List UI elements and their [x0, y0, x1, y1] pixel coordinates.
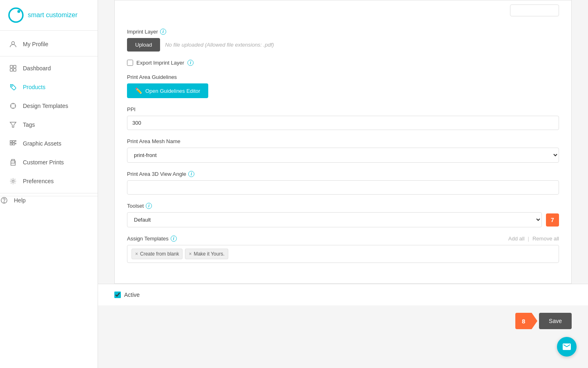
gear-icon: [9, 177, 17, 185]
template-tag-0: × Create from blank: [131, 249, 183, 259]
template-tag-1: × Make it Yours.: [185, 249, 228, 259]
sidebar-item-label: Preferences: [23, 178, 53, 184]
mesh-name-label: Print Area Mesh Name: [127, 138, 559, 144]
sidebar-item-label: Dashboard: [23, 65, 51, 72]
content-area: Imprint Layer i Upload No file uploaded …: [98, 0, 588, 353]
3d-view-label: Print Area 3D View Angle i: [127, 171, 559, 177]
svg-rect-15: [13, 141, 14, 143]
sidebar-item-label: Customer Prints: [23, 159, 64, 166]
sidebar-item-help[interactable]: Help: [0, 196, 98, 204]
active-row: Active: [114, 292, 140, 298]
tag-remove-1[interactable]: ×: [189, 251, 192, 257]
guidelines-label: Print Area Guidelines: [127, 74, 559, 80]
imprint-layer-label: Imprint Layer i: [127, 29, 559, 35]
tag-remove-0[interactable]: ×: [135, 251, 138, 257]
sidebar-item-design-templates[interactable]: Design Templates: [0, 96, 98, 115]
svg-point-22: [15, 162, 16, 162]
bottom-bar: Active: [98, 284, 588, 305]
save-button[interactable]: Save: [539, 313, 572, 329]
sidebar-item-label: Graphic Assets: [23, 140, 61, 147]
sidebar-nav: My Profile Dashboard Products: [0, 31, 98, 368]
logo-icon: [8, 7, 24, 23]
grid-icon: [9, 139, 17, 148]
sidebar-item-preferences[interactable]: Preferences: [0, 172, 98, 191]
svg-rect-4: [13, 65, 16, 68]
print-area-mesh-group: Print Area Mesh Name print-front print-b…: [127, 138, 559, 163]
assign-label: Assign Templates i: [127, 236, 177, 242]
sidebar-item-graphic-assets[interactable]: Graphic Assets: [0, 134, 98, 153]
mesh-name-select[interactable]: print-front print-back print-left print-…: [127, 148, 559, 163]
svg-rect-6: [13, 69, 16, 71]
main-content: Imprint Layer i Upload No file uploaded …: [98, 0, 588, 368]
tag-icon: [9, 83, 17, 91]
svg-rect-18: [15, 141, 16, 141]
imprint-layer-info-icon: i: [160, 29, 166, 35]
export-checkbox[interactable]: [127, 60, 133, 66]
sidebar-item-label: Help: [14, 197, 26, 204]
templates-container: × Create from blank × Make it Yours.: [127, 245, 559, 263]
tag-label-0: Create from blank: [140, 251, 179, 257]
svg-rect-17: [13, 143, 14, 145]
footer-actions: 8 Save: [98, 305, 588, 337]
svg-point-23: [12, 180, 14, 182]
nav-divider-1: [0, 56, 98, 56]
filter-icon: [9, 121, 17, 129]
toolset-group: Toolset i Default 7: [127, 203, 559, 227]
separator: |: [528, 236, 529, 242]
remove-all-link[interactable]: Remove all: [532, 236, 559, 242]
assign-templates-group: Assign Templates i Add all | Remove all …: [127, 236, 559, 263]
print-icon: [9, 158, 17, 166]
svg-rect-21: [11, 159, 14, 161]
upload-hint: No file uploaded (Allowed file extension…: [165, 42, 274, 48]
export-imprint-group: Export Imprint Layer i: [127, 60, 559, 66]
print-area-3d-group: Print Area 3D View Angle i: [127, 171, 559, 195]
upload-row: Upload No file uploaded (Allowed file ex…: [127, 38, 559, 52]
svg-rect-20: [11, 163, 16, 165]
add-all-link[interactable]: Add all: [508, 236, 525, 242]
svg-point-25: [4, 202, 4, 202]
svg-rect-14: [10, 141, 12, 143]
help-icon: [0, 196, 8, 204]
sidebar-item-dashboard[interactable]: Dashboard: [0, 59, 98, 78]
ppi-input[interactable]: [127, 116, 559, 130]
active-label: Active: [124, 292, 140, 298]
sidebar: smart customizer My Profile D: [0, 0, 98, 368]
tag-label-1: Make it Yours.: [194, 251, 224, 257]
svg-rect-19: [15, 143, 16, 144]
svg-point-2: [11, 42, 14, 45]
print-area-guidelines-group: Print Area Guidelines ✏️ Open Guidelines…: [127, 74, 559, 98]
assign-info-icon: i: [171, 236, 177, 242]
sidebar-item-customer-prints[interactable]: Customer Prints: [0, 153, 98, 172]
toolset-badge: 7: [546, 213, 559, 227]
export-info-icon: i: [187, 60, 194, 66]
assign-header: Assign Templates i Add all | Remove all: [127, 236, 559, 242]
export-checkbox-row: Export Imprint Layer i: [127, 60, 559, 66]
svg-rect-3: [10, 65, 13, 68]
sidebar-item-tags[interactable]: Tags: [0, 115, 98, 134]
top-input[interactable]: [510, 4, 559, 16]
svg-rect-5: [10, 69, 13, 71]
badge-arrow: [532, 313, 537, 329]
logo-area: smart customizer: [0, 0, 98, 31]
upload-button[interactable]: Upload: [127, 38, 160, 52]
open-guidelines-button[interactable]: ✏️ Open Guidelines Editor: [127, 83, 208, 98]
sidebar-item-label: Products: [23, 84, 45, 90]
svg-rect-16: [10, 143, 12, 145]
toolset-row: Default 7: [127, 212, 559, 227]
dashboard-icon: [9, 64, 17, 72]
3d-view-input[interactable]: [127, 180, 559, 195]
chat-bubble[interactable]: [557, 337, 577, 357]
sidebar-item-my-profile[interactable]: My Profile: [0, 35, 98, 54]
sidebar-item-label: My Profile: [23, 41, 48, 47]
sidebar-item-products[interactable]: Products: [0, 78, 98, 96]
email-icon: [562, 342, 572, 352]
sidebar-item-label: Tags: [23, 121, 35, 128]
toolset-info-icon: i: [146, 203, 152, 209]
svg-point-1: [18, 10, 20, 13]
toolset-select[interactable]: Default: [127, 212, 542, 227]
svg-point-0: [9, 8, 23, 22]
active-checkbox[interactable]: [114, 292, 121, 298]
person-icon: [9, 40, 17, 48]
nav-divider-2: [0, 193, 98, 193]
assign-actions: Add all | Remove all: [508, 236, 559, 242]
